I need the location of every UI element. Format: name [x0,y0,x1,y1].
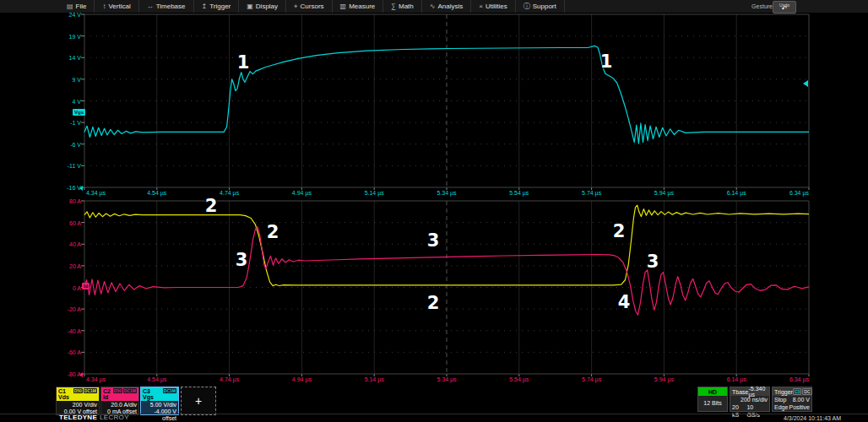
x-axis-label: 5.74 µs [582,190,601,196]
waveform-annotation-2: 2 [205,196,218,216]
menu-item-label: Support [533,3,556,10]
hd-resolution-box[interactable]: HD 12 Bits [697,387,728,412]
bottom-graticule[interactable] [84,201,809,374]
top-graticule[interactable] [84,14,809,187]
channel-name: Id [103,394,137,401]
channel-descriptor-c2[interactable]: C2 D50 DC1M Id 20.0 A/div 0 mA offset [100,387,139,415]
menu-item-label: Timebase [156,3,186,10]
y-axis-label: 19 V [52,33,81,39]
channel-descriptor-c3[interactable]: C3 DC1M Vgs 5.00 V/div -4.000 V offset [140,387,179,415]
y-axis-label: 24 V [52,12,81,18]
undo-button[interactable]: Undo ↶ [773,1,796,14]
vgs-trace-marker[interactable]: Vgs [73,109,85,116]
menu-item-vertical[interactable]: ↕Vertical [95,0,138,13]
menu-item-utilities[interactable]: ×Utilities [471,0,515,13]
menu-item-label: Math [399,3,414,10]
cursors-icon: ⌖ [294,3,298,11]
brand-lecroy: LECROY [100,414,129,421]
x-axis-label: 5.54 µs [509,190,529,196]
menu-item-label: Trigger [209,3,231,10]
y-axis-label: 0 A [52,284,81,290]
coupling-badge: DC1M [163,388,176,393]
vertical-icon: ↕ [102,3,106,10]
oscilloscope-screen: ▤File ↕Vertical ↔Timebase ↥Trigger ▣Disp… [0,0,868,422]
coupling-badge: DC1M [84,388,97,393]
timebase-icon: ↔ [147,3,154,10]
menu-item-label: Measure [349,3,375,10]
measure-icon: ▥ [340,3,347,10]
support-icon: ⓘ [524,2,530,11]
display-icon: ▣ [247,3,253,10]
x-axis-label: 5.14 µs [365,190,384,196]
undo-icon: ↶ [782,7,788,12]
channel-descriptor-c1[interactable]: C1 D50 DC1M Vds 200 V/div 0.00 V offset [56,387,100,415]
x-axis-label: 6.34 µs [789,376,809,382]
y-axis-label: -11 V [52,163,81,169]
trigger-mode: Stop [774,396,786,403]
y-axis-label: 4 V [52,98,81,104]
utilities-icon: × [479,3,483,10]
menu-item-measure[interactable]: ▥Measure [333,0,384,13]
menu-item-display[interactable]: ▣Display [239,0,286,13]
waveform-annotation-2: 2 [613,221,626,241]
menu-item-cursors[interactable]: ⌖Cursors [286,0,333,13]
trigger-type: Edge [774,403,788,411]
trigger-time-marker-bottom[interactable] [79,372,83,377]
channel-scale: 20.0 A/div [103,402,137,408]
menu-item-support[interactable]: ⓘSupport [516,0,565,13]
y-axis-label: -80 A [52,371,81,377]
menu-item-label: File [76,3,87,10]
waveform-annotation-3: 3 [427,230,440,251]
y-axis-label: 40 A [52,241,81,247]
trigger-level-marker[interactable] [803,80,808,87]
math-icon: ∑ [391,3,396,10]
menu-item-label: Analysis [437,3,463,10]
trigger-slope: Positive [789,403,810,411]
timebase-title: Tbase [732,389,748,395]
menu-item-trigger[interactable]: ↥Trigger [194,0,240,13]
add-channel-button[interactable]: + [181,387,216,415]
waveform-annotation-1: 1 [237,52,250,73]
waveform-annotation-4: 4 [618,292,631,312]
analysis-icon: ∿ [430,3,436,10]
y-axis-label: 14 V [52,55,81,61]
waveform-annotation-2: 2 [427,293,440,313]
x-axis-label: 4.54 µs [147,190,166,196]
waveform-annotation-3: 3 [236,250,248,270]
id-trace-marker[interactable]: Id [82,283,90,289]
timebase-box[interactable]: Tbase -5.340 µs 200 ns/div 20 kS 10 GS/s [730,387,770,412]
probe-badge: D50 [73,388,83,393]
y-axis-label: 9 V [52,76,81,82]
trigger-box[interactable]: Trigger C3 DC Stop 8.00 V Edge Positive [772,387,812,412]
menu-item-analysis[interactable]: ∿Analysis [422,0,472,13]
y-axis-label: 60 A [52,219,81,225]
y-axis-label: -6 V [52,141,81,147]
y-axis-label: -20 A [52,306,81,312]
menu-item-timebase[interactable]: ↔Timebase [139,0,194,13]
menu-item-label: Display [256,3,278,10]
y-axis-label: 80 A [52,198,81,204]
trigger-time-marker-top[interactable] [79,186,83,191]
x-axis-label: 5.34 µs [437,190,456,196]
hd-bits-value: 12 Bits [698,396,727,411]
y-axis-label: 20 A [52,262,81,268]
channel-id: C2 [103,388,111,394]
x-axis-label: 5.94 µs [654,190,674,196]
x-axis-label: 5.94 µs [654,376,674,382]
coupling-badge: DC1M [123,388,137,393]
x-axis-label: 5.34 µs [437,376,456,382]
probe-badge: D50 [113,388,122,393]
menu-bar: ▤File ↕Vertical ↔Timebase ↥Trigger ▣Disp… [0,0,868,13]
x-axis-label: 4.54 µs [147,376,166,382]
menu-item-label: Vertical [108,3,130,10]
y-axis-label: -1 V [52,120,81,126]
menu-item-math[interactable]: ∑Math [383,0,422,13]
trigger-source-badge: C3 [793,388,801,395]
gesture-label: Gesture [751,3,773,9]
x-axis-label: 5.14 µs [365,376,384,382]
x-axis-label: 4.34 µs [86,190,106,196]
channel-id: C3 [143,388,150,394]
trigger-icon: ↥ [202,3,208,10]
x-axis-label: 5.54 µs [509,376,529,382]
x-axis-label: 4.74 µs [220,190,239,196]
